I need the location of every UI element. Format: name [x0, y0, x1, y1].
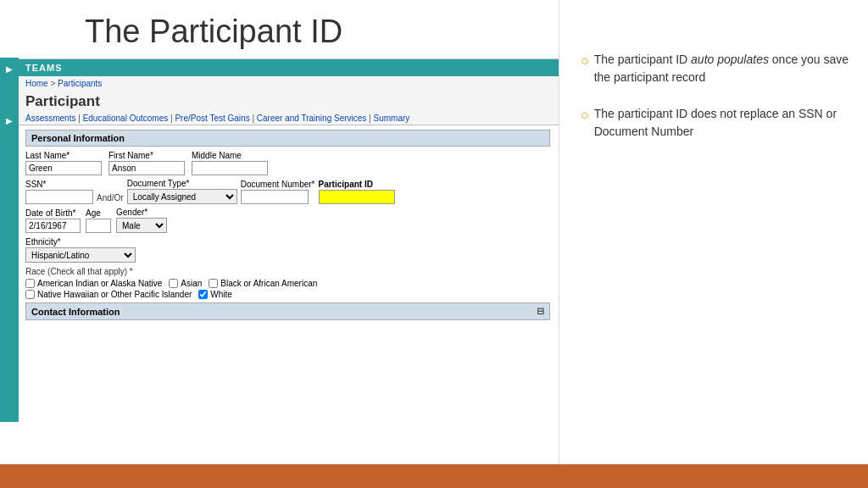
race-checkbox-white[interactable]: White [198, 290, 232, 299]
ssn-group: SSN* [25, 180, 93, 204]
dob-label: Date of Birth* [25, 208, 81, 218]
home-link[interactable]: Home [25, 79, 48, 88]
age-label: Age [86, 208, 111, 218]
checkbox-hawaiian[interactable] [25, 290, 35, 299]
doc-number-input[interactable] [241, 190, 309, 204]
last-name-label: Last Name* [25, 151, 102, 160]
middle-name-group: Middle Name [192, 151, 268, 175]
gender-group: Gender* Male Female [116, 208, 167, 233]
collapse-icon[interactable]: ⊟ [537, 306, 544, 317]
form-body: Personal Information Last Name* First Na… [0, 125, 559, 324]
age-input[interactable] [86, 219, 111, 233]
ssn-label: SSN* [25, 180, 93, 189]
gender-select[interactable]: Male Female [116, 218, 167, 233]
left-arrow-icon-2: ▶ [6, 116, 13, 125]
last-name-group: Last Name* [25, 151, 102, 175]
middle-name-label: Middle Name [192, 151, 268, 160]
breadcrumb: Home > Participants [0, 76, 559, 91]
tab-summary[interactable]: Summary [374, 114, 410, 123]
first-name-group: First Name* [108, 151, 185, 175]
race-label: Race (Check all that apply) * [25, 267, 550, 276]
bullet-text-1: The participant ID auto populates once y… [594, 51, 851, 86]
checkbox-asian[interactable] [169, 279, 178, 288]
race-checkbox-hawaiian[interactable]: Native Hawaiian or Other Pacific Islande… [25, 290, 192, 299]
slide-title: The Participant ID [0, 0, 559, 59]
participant-heading: Participant [0, 91, 559, 112]
tab-career-training[interactable]: Career and Training Services [257, 114, 367, 123]
right-panel: ○ The participant ID auto populates once… [559, 0, 868, 464]
ethnicity-label: Ethnicity* [25, 237, 136, 247]
tab-assessments[interactable]: Assessments [25, 114, 75, 123]
doc-type-label: Document Type* [127, 179, 237, 188]
bullet-2: ○ The participant ID does not replace an… [581, 105, 851, 141]
dob-group: Date of Birth* [25, 208, 81, 233]
nav-tabs: Assessments | Educational Outcomes | Pre… [0, 112, 559, 125]
ethnicity-group: Ethnicity* Hispanic/Latino Non-Hispanic/… [25, 237, 136, 263]
dob-input[interactable] [25, 219, 81, 233]
left-nav-strip: ▶ ▶ [0, 58, 19, 422]
bullet-text-2: The participant ID does not replace an S… [594, 105, 851, 141]
teams-bar: TEAMS [0, 59, 559, 76]
bullet-dot-2: ○ [581, 105, 589, 125]
personal-info-section: Personal Information Last Name* First Na… [25, 130, 550, 299]
participants-link[interactable]: Participants [58, 79, 102, 88]
ethnicity-select[interactable]: Hispanic/Latino Non-Hispanic/Latino [25, 247, 136, 263]
tab-prepost-test-gains[interactable]: Pre/Post Test Gains [175, 114, 249, 123]
race-checkbox-american-indian[interactable]: American Indian or Alaska Native [25, 279, 162, 288]
and-or-label: And/Or [97, 193, 124, 204]
tab-educational-outcomes[interactable]: Educational Outcomes [83, 114, 169, 123]
bullet-dot-1: ○ [581, 51, 589, 71]
race-checkbox-black[interactable]: Black or African American [209, 279, 317, 288]
checkbox-black[interactable] [209, 279, 218, 288]
doc-type-select[interactable]: Locally Assigned [127, 189, 237, 204]
doc-number-group: Document Number* [241, 180, 315, 204]
left-arrow-icon: ▶ [6, 64, 13, 74]
checkbox-american-indian[interactable] [25, 279, 35, 288]
race-section: Race (Check all that apply) * American I… [25, 267, 550, 299]
first-name-input[interactable] [108, 161, 185, 175]
participant-id-label: Participant ID [319, 180, 395, 189]
last-name-input[interactable] [25, 161, 102, 175]
bullet-1: ○ The participant ID auto populates once… [581, 51, 851, 86]
bottom-bar [0, 464, 868, 488]
age-group: Age [86, 208, 111, 233]
contact-info-header: Contact Information ⊟ [25, 302, 550, 320]
middle-name-input[interactable] [192, 161, 268, 175]
doc-number-label: Document Number* [241, 180, 315, 189]
personal-info-header: Personal Information [25, 130, 550, 147]
doc-type-group: Document Type* Locally Assigned [127, 179, 237, 204]
first-name-label: First Name* [108, 151, 185, 160]
ssn-input[interactable] [25, 190, 93, 204]
gender-label: Gender* [116, 208, 167, 217]
participant-id-input[interactable] [319, 190, 395, 204]
participant-id-group: Participant ID [319, 180, 395, 204]
race-checkbox-asian[interactable]: Asian [169, 279, 202, 288]
checkbox-white[interactable] [198, 290, 208, 299]
